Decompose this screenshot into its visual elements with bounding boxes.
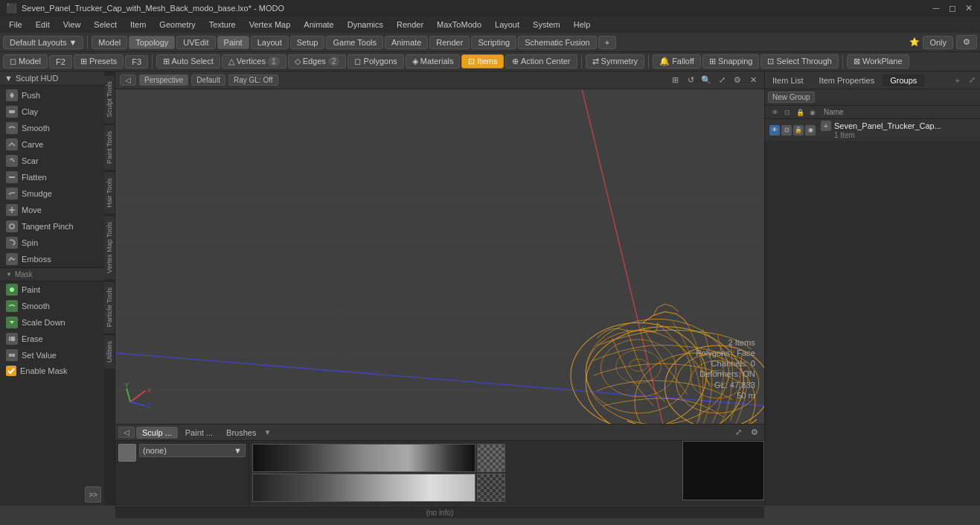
menu-vertex-map[interactable]: Vertex Map — [243, 19, 297, 31]
tool-mask-smooth[interactable]: Smooth — [0, 298, 104, 314]
tool-scar[interactable]: Scar — [0, 153, 104, 169]
mode-gametools-btn[interactable]: Game Tools — [326, 36, 383, 49]
menu-edit[interactable]: Edit — [30, 19, 56, 31]
enable-mask-checkbox[interactable] — [6, 366, 16, 376]
close-button[interactable]: ✕ — [964, 3, 974, 13]
polygons-btn[interactable]: ◻ Polygons — [348, 54, 403, 69]
viewport[interactable]: 2 Items Polygons : Face Channels: 0 Defo… — [115, 89, 764, 424]
menu-system[interactable]: System — [527, 19, 566, 31]
tool-emboss[interactable]: Emboss — [0, 251, 104, 267]
tool-push[interactable]: Push — [0, 87, 104, 104]
tool-tangent-pinch[interactable]: Tangent Pinch — [0, 218, 104, 235]
snapping-btn[interactable]: ⊞ Snapping — [702, 54, 760, 69]
only-btn[interactable]: Only — [923, 36, 953, 49]
group-lock-icon[interactable]: 🔒 — [793, 125, 804, 136]
vp-wireframe-btn[interactable]: ⊞ — [668, 74, 682, 87]
action-center-btn[interactable]: ⊕ Action Center — [505, 54, 577, 69]
mode-render-btn[interactable]: Render — [429, 36, 470, 49]
rp-tab-groups[interactable]: Groups — [883, 74, 925, 86]
bottom-expand-btn[interactable]: ⤢ — [731, 426, 745, 439]
default-layouts-btn[interactable]: Default Layouts ▼ — [3, 36, 83, 49]
vp-fullscreen-btn[interactable]: ⤢ — [715, 74, 728, 87]
texture-thumb-1[interactable] — [252, 444, 475, 472]
tool-carve[interactable]: Carve — [0, 136, 104, 153]
mode-scripting-btn[interactable]: Scripting — [471, 36, 516, 49]
select-through-btn[interactable]: ⊡ Select Through — [760, 54, 838, 69]
paint-tools-tab[interactable]: Paint Tools — [104, 124, 115, 170]
vp-close-btn[interactable]: ✕ — [746, 74, 760, 87]
sculpt-tools-tab[interactable]: Sculpt Tools — [104, 74, 115, 123]
hair-tools-tab[interactable]: Hair Tools — [104, 171, 115, 214]
tab-paint[interactable]: Paint ... — [179, 427, 219, 439]
tool-scale-down[interactable]: Scale Down — [0, 314, 104, 331]
maximize-button[interactable]: ◻ — [947, 3, 958, 13]
tool-spin[interactable]: Spin — [0, 235, 104, 251]
add-mode-btn[interactable]: + — [598, 36, 616, 49]
mode-model-btn[interactable]: Model — [92, 36, 127, 49]
bottom-settings-btn[interactable]: ⚙ — [748, 426, 761, 439]
rp-tab-item-properties[interactable]: Item Properties — [812, 74, 883, 86]
menu-help[interactable]: Help — [568, 19, 597, 31]
symmetry-btn[interactable]: ⇄ Symmetry — [586, 54, 645, 69]
tab-sculp[interactable]: Sculp ... — [136, 427, 178, 439]
settings-btn[interactable]: ⚙ — [956, 35, 977, 49]
menu-layout[interactable]: Layout — [489, 19, 525, 31]
tool-erase[interactable]: Erase — [0, 331, 104, 347]
auto-select-btn[interactable]: ⊞ Auto Select — [156, 54, 220, 69]
texture-thumb-2[interactable] — [252, 474, 475, 502]
vertex-map-tools-tab[interactable]: Vertex Map Tools — [104, 215, 115, 279]
tool-flatten[interactable]: Flatten — [0, 169, 104, 185]
rp-add-tab-btn[interactable]: + — [951, 74, 964, 86]
vp-perspective-btn[interactable]: Perspective — [139, 74, 188, 86]
menu-geometry[interactable]: Geometry — [153, 19, 201, 31]
group-add-item-btn[interactable]: + — [821, 121, 831, 131]
texture-checker-2[interactable] — [477, 474, 505, 502]
vp-style-btn[interactable]: Default — [191, 74, 225, 86]
vp-rotate-btn[interactable]: ↺ — [684, 74, 697, 87]
menu-view[interactable]: View — [57, 19, 87, 31]
rp-tab-item-list[interactable]: Item List — [765, 74, 812, 86]
vp-back-btn[interactable]: ◁ — [120, 74, 136, 86]
minimize-button[interactable]: ─ — [931, 3, 941, 13]
bottom-back-btn[interactable]: ◁ — [118, 427, 135, 438]
mode-topology-btn[interactable]: Topology — [129, 36, 175, 49]
particle-tools-tab[interactable]: Particle Tools — [104, 281, 115, 333]
tool-smooth[interactable]: Smooth — [0, 120, 104, 136]
texture-black-preview[interactable] — [682, 441, 764, 500]
group-render-icon[interactable]: ⊡ — [781, 125, 792, 136]
menu-texture[interactable]: Texture — [203, 19, 242, 31]
tab-brushes[interactable]: Brushes — [220, 427, 262, 439]
utilities-tab[interactable]: Utilities — [104, 334, 115, 369]
model-mode-btn[interactable]: ◻ Model — [3, 54, 48, 69]
menu-maxtomodo[interactable]: MaxToModo — [431, 19, 487, 31]
f3-btn[interactable]: F3 — [125, 55, 148, 69]
mode-paint-btn[interactable]: Paint — [217, 36, 249, 49]
edges-btn[interactable]: ◇ Edges 2 — [288, 54, 347, 69]
menu-animate[interactable]: Animate — [298, 19, 339, 31]
f2-btn[interactable]: F2 — [49, 55, 72, 69]
rp-expand-btn[interactable]: ⤢ — [964, 74, 980, 86]
menu-file[interactable]: File — [3, 19, 28, 31]
group-solo-icon[interactable]: ◉ — [805, 125, 816, 136]
preset-dropdown[interactable]: (none) ▼ — [139, 444, 246, 457]
workplane-btn[interactable]: ⊠ WorkPlane — [847, 54, 909, 69]
tool-mask-paint[interactable]: Paint — [0, 281, 104, 298]
tool-smudge[interactable]: Smudge — [0, 185, 104, 202]
mode-schematic-btn[interactable]: Schematic Fusion — [518, 36, 596, 49]
menu-render[interactable]: Render — [391, 19, 429, 31]
falloff-btn[interactable]: 🔔 Falloff — [653, 54, 701, 69]
menu-dynamics[interactable]: Dynamics — [342, 19, 389, 31]
texture-checker-1[interactable] — [477, 444, 505, 472]
tool-clay[interactable]: Clay — [0, 104, 104, 120]
mode-setup-btn[interactable]: Setup — [290, 36, 325, 49]
group-eye-icon[interactable]: 👁 — [769, 125, 780, 136]
menu-select[interactable]: Select — [88, 19, 123, 31]
vp-zoom-btn[interactable]: 🔍 — [699, 74, 713, 87]
items-btn[interactable]: ⊡ Items — [461, 54, 504, 69]
mode-animate-btn[interactable]: Animate — [385, 36, 428, 49]
menu-item[interactable]: Item — [124, 19, 152, 31]
tool-set-value[interactable]: Set Value — [0, 347, 104, 363]
materials-btn[interactable]: ◈ Materials — [406, 54, 461, 69]
preset-color-swatch[interactable] — [118, 444, 136, 462]
new-group-btn[interactable]: New Group — [768, 92, 815, 103]
